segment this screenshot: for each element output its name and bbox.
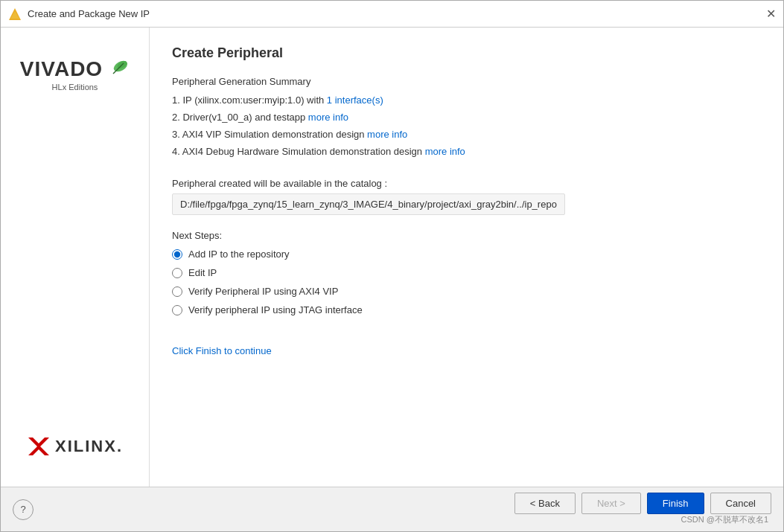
radio-group: Add IP to the repository Edit IP Verify … (172, 249, 761, 315)
radio-verify-jtag[interactable]: Verify peripheral IP using JTAG interfac… (172, 304, 761, 315)
content-area: VIVADO HLx Editions XILINX. (1, 28, 783, 487)
next-button[interactable]: Next > (581, 493, 641, 514)
cancel-button[interactable]: Cancel (710, 493, 771, 514)
radio-edit-ip-input[interactable] (172, 268, 182, 278)
radio-add-ip[interactable]: Add IP to the repository (172, 249, 761, 260)
radio-verify-jtag-input[interactable] (172, 305, 182, 315)
watermark: CSDN @不脱草不改名1 (681, 514, 771, 527)
main-panel: Create Peripheral Peripheral Generation … (150, 28, 783, 487)
summary-list: 1. IP (xilinx.com:user:myip:1.0) with 1 … (172, 94, 761, 163)
item-1-number: 1. (172, 94, 182, 106)
vivado-subtitle: HLx Editions (52, 83, 98, 92)
vivado-leaf-icon (106, 57, 130, 81)
back-button[interactable]: < Back (514, 493, 576, 514)
radio-verify-axi4-label: Verify Peripheral IP using AXI4 VIP (188, 286, 338, 297)
list-item: 1. IP (xilinx.com:user:myip:1.0) with 1 … (172, 94, 761, 106)
vivado-logo: VIVADO HLx Editions (20, 57, 130, 92)
item-4-number: 4. (172, 146, 182, 157)
item-2-text: Driver(v1_00_a) and testapp (182, 112, 307, 123)
catalog-path: D:/file/fpga/fpga_zynq/15_learn_zynq/3_I… (172, 193, 565, 215)
list-item: 3. AXI4 VIP Simulation demonstration des… (172, 129, 761, 140)
radio-add-ip-input[interactable] (172, 249, 182, 260)
xilinx-logo: XILINX. (27, 436, 123, 457)
radio-verify-axi4-input[interactable] (172, 286, 182, 297)
item-1-link[interactable]: 1 interface(s) (327, 94, 383, 106)
item-1-text: IP (xilinx.com:user:myip:1.0) with (182, 94, 326, 106)
radio-verify-jtag-label: Verify peripheral IP using JTAG interfac… (188, 304, 363, 315)
window-title: Create and Package New IP (28, 8, 150, 19)
main-window: Create and Package New IP ✕ VIVADO HLx E… (0, 0, 784, 532)
item-2-number: 2. (172, 112, 182, 123)
item-4-text: AXI4 Debug Hardware Simulation demonstra… (182, 146, 425, 157)
item-3-number: 3. (172, 129, 182, 140)
page-title: Create Peripheral (172, 45, 761, 61)
radio-add-ip-label: Add IP to the repository (188, 249, 290, 260)
radio-edit-ip-label: Edit IP (188, 267, 217, 278)
list-item: 2. Driver(v1_00_a) and testapp more info (172, 112, 761, 123)
catalog-section: Peripheral created will be available in … (172, 178, 761, 215)
titlebar: Create and Package New IP ✕ (1, 1, 783, 28)
vivado-title-icon (8, 7, 22, 21)
titlebar-left: Create and Package New IP (8, 7, 150, 21)
radio-edit-ip[interactable]: Edit IP (172, 267, 761, 278)
catalog-label: Peripheral created will be available in … (172, 178, 761, 189)
close-button[interactable]: ✕ (766, 8, 776, 20)
list-item: 4. AXI4 Debug Hardware Simulation demons… (172, 146, 761, 157)
item-4-link[interactable]: more info (425, 146, 465, 157)
xilinx-icon (27, 436, 51, 457)
footer-left: ? (13, 499, 34, 520)
xilinx-wordmark: XILINX. (55, 437, 123, 456)
sidebar: VIVADO HLx Editions XILINX. (1, 28, 150, 487)
vivado-wordmark: VIVADO (20, 57, 103, 81)
footer: ? < Back Next > Finish Cancel CSDN @不脱草不… (1, 487, 783, 531)
finish-button[interactable]: Finish (647, 493, 704, 514)
footer-right-col: < Back Next > Finish Cancel CSDN @不脱草不改名… (514, 493, 771, 527)
footer-buttons: < Back Next > Finish Cancel (514, 493, 771, 514)
next-steps-heading: Next Steps: (172, 230, 761, 241)
item-3-text: AXI4 VIP Simulation demonstration design (182, 129, 367, 140)
radio-verify-axi4[interactable]: Verify Peripheral IP using AXI4 VIP (172, 286, 761, 297)
item-2-link[interactable]: more info (308, 112, 348, 123)
finish-note: Click Finish to continue (172, 345, 761, 356)
summary-heading: Peripheral Generation Summary (172, 76, 761, 87)
next-steps-section: Next Steps: Add IP to the repository Edi… (172, 230, 761, 315)
item-3-link[interactable]: more info (367, 129, 407, 140)
help-button[interactable]: ? (13, 499, 34, 520)
